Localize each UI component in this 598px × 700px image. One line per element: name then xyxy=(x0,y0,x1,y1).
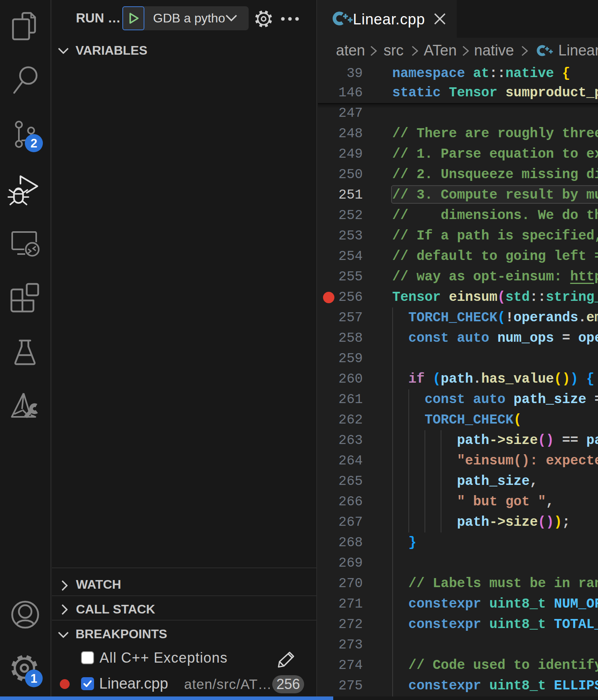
svg-text:2: 2 xyxy=(30,136,37,150)
svg-text:1: 1 xyxy=(30,672,37,685)
